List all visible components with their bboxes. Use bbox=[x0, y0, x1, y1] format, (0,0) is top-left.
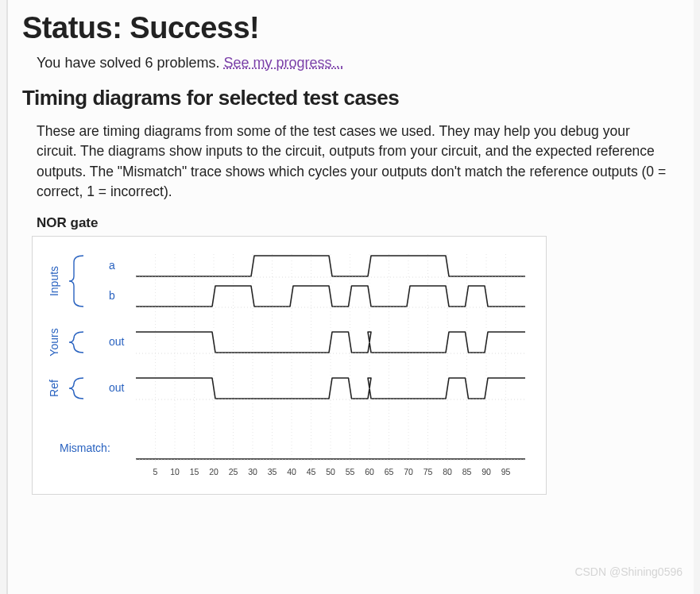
svg-text:85: 85 bbox=[462, 467, 472, 476]
svg-text:75: 75 bbox=[423, 467, 433, 476]
svg-text:25: 25 bbox=[229, 467, 238, 476]
svg-text:out: out bbox=[109, 335, 125, 348]
svg-text:60: 60 bbox=[365, 467, 374, 476]
solved-count: 6 bbox=[145, 55, 153, 71]
status-heading: Status: Success! bbox=[22, 11, 679, 45]
section-heading: Timing diagrams for selected test cases bbox=[22, 86, 679, 110]
svg-text:15: 15 bbox=[190, 467, 199, 476]
svg-text:80: 80 bbox=[443, 467, 452, 476]
svg-text:45: 45 bbox=[307, 467, 316, 476]
svg-text:30: 30 bbox=[248, 467, 257, 476]
timing-diagram: 5101520253035404550556065707580859095abo… bbox=[32, 236, 547, 495]
svg-text:b: b bbox=[109, 289, 115, 302]
svg-text:Inputs: Inputs bbox=[48, 265, 60, 295]
solved-prefix: You have solved bbox=[37, 55, 145, 71]
section-description: These are timing diagrams from some of t… bbox=[37, 122, 671, 202]
svg-text:35: 35 bbox=[268, 467, 277, 476]
watermark: CSDN @Shining0596 bbox=[574, 565, 683, 578]
svg-text:95: 95 bbox=[501, 467, 511, 476]
solved-suffix: problems. bbox=[153, 55, 223, 71]
svg-text:40: 40 bbox=[287, 467, 296, 476]
solved-line: You have solved 6 problems. See my progr… bbox=[37, 55, 694, 71]
svg-text:Mismatch:: Mismatch: bbox=[60, 442, 110, 454]
progress-link[interactable]: See my progress... bbox=[224, 55, 344, 71]
svg-text:90: 90 bbox=[481, 467, 491, 476]
svg-text:out: out bbox=[109, 381, 125, 394]
svg-text:Ref: Ref bbox=[48, 380, 60, 397]
gate-title: NOR gate bbox=[37, 215, 694, 231]
svg-text:5: 5 bbox=[153, 467, 158, 476]
svg-text:Yours: Yours bbox=[48, 328, 60, 356]
svg-text:a: a bbox=[109, 259, 115, 272]
svg-text:20: 20 bbox=[209, 467, 219, 476]
svg-text:10: 10 bbox=[170, 467, 180, 476]
svg-text:70: 70 bbox=[404, 467, 413, 476]
svg-text:65: 65 bbox=[385, 467, 394, 476]
svg-text:55: 55 bbox=[346, 467, 355, 476]
svg-text:50: 50 bbox=[326, 467, 335, 476]
